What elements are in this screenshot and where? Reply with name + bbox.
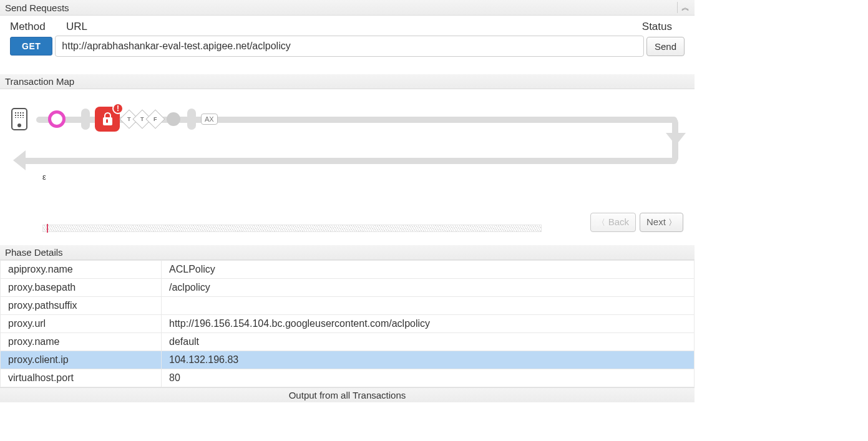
epsilon-label: ε (42, 172, 683, 182)
lock-policy-node[interactable]: ! (95, 107, 120, 132)
phase-key: proxy.url (1, 315, 162, 333)
output-footer[interactable]: Output from all Transactions (0, 387, 695, 402)
send-requests-header: Send Requests ︽ (0, 0, 695, 16)
transaction-map-header: Transaction Map (0, 74, 695, 89)
phase-key: virtualhost.port (1, 369, 162, 387)
pill-divider (187, 109, 196, 130)
table-row[interactable]: virtualhost.port80 (1, 369, 695, 387)
send-requests-title: Send Requests (5, 2, 69, 13)
phase-key: proxy.pathsuffix (1, 297, 162, 315)
url-label: URL (66, 21, 622, 33)
chevron-right-icon: 〉 (668, 218, 676, 227)
phase-key: proxy.basepath (1, 279, 162, 297)
send-button[interactable]: Send (646, 37, 685, 56)
table-row[interactable]: proxy.namedefault (1, 333, 695, 351)
phase-details-title: Phase Details (5, 247, 63, 258)
phase-details-header: Phase Details (0, 245, 695, 260)
phase-details-table: apiproxy.nameACLPolicyproxy.basepath/acl… (0, 260, 695, 387)
solid-circle-node[interactable] (167, 112, 180, 126)
condition-diamond-3[interactable]: F (145, 109, 165, 128)
phase-value: /aclpolicy (162, 279, 695, 297)
transaction-map-title: Transaction Map (5, 76, 74, 87)
client-phone-icon[interactable] (11, 108, 27, 130)
phase-value: 80 (162, 369, 695, 387)
phase-value: ACLPolicy (162, 261, 695, 279)
phase-key: proxy.name (1, 333, 162, 351)
url-input[interactable] (55, 36, 644, 57)
lock-icon (103, 117, 112, 125)
pill-divider (81, 109, 90, 130)
error-badge-icon: ! (112, 103, 124, 114)
table-row[interactable]: proxy.client.ip104.132.196.83 (1, 351, 695, 369)
collapse-icon[interactable]: ︽ (677, 2, 690, 13)
phase-value: http://196.156.154.104.bc.googleusercont… (162, 315, 695, 333)
table-row[interactable]: proxy.urlhttp://196.156.154.104.bc.googl… (1, 315, 695, 333)
arrow-left-icon (13, 150, 26, 170)
circle-node[interactable] (48, 110, 66, 128)
phase-value: 104.132.196.83 (162, 351, 695, 369)
method-label: Method (10, 21, 66, 33)
phase-key: apiproxy.name (1, 261, 162, 279)
phase-value (162, 297, 695, 315)
transaction-flow: ! T T F AX (11, 100, 683, 172)
next-button[interactable]: Next 〉 (640, 213, 683, 232)
arrow-down-icon (666, 133, 686, 145)
ax-tag[interactable]: AX (201, 114, 218, 125)
back-button[interactable]: 〈 Back (590, 213, 636, 232)
phase-key: proxy.client.ip (1, 351, 162, 369)
table-row[interactable]: apiproxy.nameACLPolicy (1, 261, 695, 279)
phase-value: default (162, 333, 695, 351)
chevron-left-icon: 〈 (597, 218, 605, 227)
method-button[interactable]: GET (10, 37, 52, 56)
flow-bar-bottom (19, 158, 677, 164)
timeline-bar[interactable] (42, 225, 542, 232)
table-row[interactable]: proxy.pathsuffix (1, 297, 695, 315)
status-label: Status (622, 21, 685, 33)
table-row[interactable]: proxy.basepath/aclpolicy (1, 279, 695, 297)
